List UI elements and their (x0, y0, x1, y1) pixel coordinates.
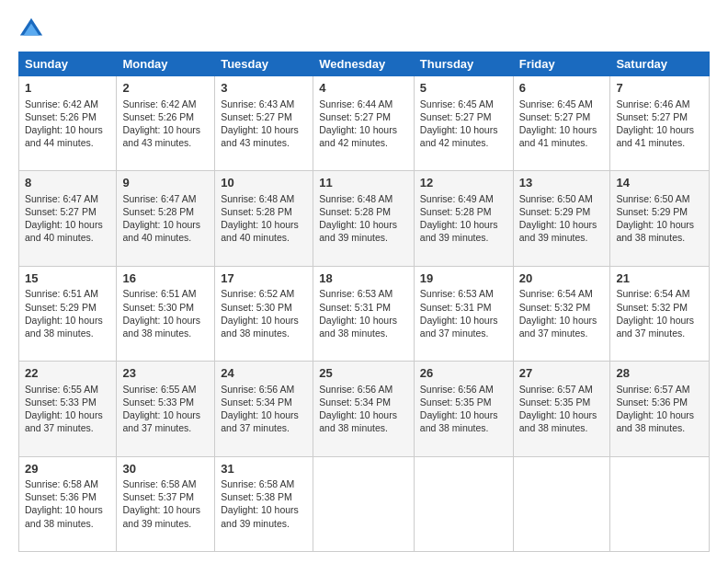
week-row-5: 29Sunrise: 6:58 AMSunset: 5:36 PMDayligh… (19, 456, 710, 551)
day-info-line: Sunset: 5:30 PM (122, 301, 209, 314)
day-info-line: Sunset: 5:36 PM (25, 490, 110, 503)
day-info-line: Daylight: 10 hours (221, 123, 307, 136)
day-info-line: Sunrise: 6:46 AM (616, 98, 703, 110)
day-info-line: Daylight: 10 hours (221, 314, 307, 327)
day-info-line: Sunrise: 6:42 AM (122, 98, 209, 110)
day-info-line: Sunrise: 6:49 AM (420, 192, 507, 205)
day-info-line: Daylight: 10 hours (319, 408, 408, 421)
day-info-line: Sunrise: 6:43 AM (221, 98, 307, 110)
weekday-sunday: Sunday (19, 52, 117, 76)
weekday-saturday: Saturday (610, 52, 710, 76)
day-info-line: and 37 minutes. (616, 327, 703, 339)
day-number: 28 (616, 365, 703, 382)
day-info-line: Sunset: 5:33 PM (25, 396, 110, 408)
day-info-line: Daylight: 10 hours (122, 503, 209, 516)
day-info-line: Sunrise: 6:53 AM (319, 287, 408, 300)
day-cell: 16Sunrise: 6:51 AMSunset: 5:30 PMDayligh… (117, 266, 215, 361)
day-info-line: Daylight: 10 hours (519, 123, 605, 136)
week-row-4: 22Sunrise: 6:55 AMSunset: 5:33 PMDayligh… (19, 362, 710, 456)
day-info-line: Sunset: 5:31 PM (319, 301, 408, 314)
day-info-line: and 44 minutes. (25, 136, 110, 149)
day-cell: 22Sunrise: 6:55 AMSunset: 5:33 PMDayligh… (19, 362, 117, 456)
day-info-line: Sunset: 5:29 PM (25, 301, 110, 314)
day-cell: 21Sunrise: 6:54 AMSunset: 5:32 PMDayligh… (610, 266, 710, 361)
day-info-line: Sunset: 5:33 PM (122, 396, 209, 408)
day-info-line: Sunrise: 6:53 AM (420, 287, 507, 300)
day-info-line: Sunrise: 6:42 AM (25, 98, 110, 110)
day-info-line: Sunset: 5:34 PM (221, 396, 307, 408)
day-info-line: Daylight: 10 hours (25, 218, 110, 231)
day-cell: 14Sunrise: 6:50 AMSunset: 5:29 PMDayligh… (610, 171, 710, 266)
day-info-line: Daylight: 10 hours (319, 123, 408, 136)
day-info-line: Sunset: 5:34 PM (319, 396, 408, 408)
day-info-line: Daylight: 10 hours (616, 314, 703, 327)
day-number: 20 (519, 270, 605, 287)
day-number: 30 (122, 461, 209, 477)
day-number: 1 (25, 80, 110, 97)
day-cell: 2Sunrise: 6:42 AMSunset: 5:26 PMDaylight… (117, 76, 215, 171)
weekday-wednesday: Wednesday (313, 52, 415, 76)
day-info-line: Sunrise: 6:48 AM (319, 192, 408, 205)
day-cell: 30Sunrise: 6:58 AMSunset: 5:37 PMDayligh… (117, 456, 215, 551)
day-info-line: Sunset: 5:28 PM (420, 205, 507, 218)
day-info-line: Daylight: 10 hours (420, 218, 507, 231)
day-info-line: Daylight: 10 hours (519, 314, 605, 327)
day-info-line: Daylight: 10 hours (221, 503, 307, 516)
day-cell: 13Sunrise: 6:50 AMSunset: 5:29 PMDayligh… (513, 171, 610, 266)
day-info-line: Sunset: 5:28 PM (319, 205, 408, 218)
day-cell: 17Sunrise: 6:52 AMSunset: 5:30 PMDayligh… (215, 266, 313, 361)
day-info-line: Sunset: 5:31 PM (420, 301, 507, 314)
day-cell (610, 456, 710, 551)
day-number: 22 (25, 365, 110, 382)
week-row-3: 15Sunrise: 6:51 AMSunset: 5:29 PMDayligh… (19, 266, 710, 361)
weekday-header-row: SundayMondayTuesdayWednesdayThursdayFrid… (19, 52, 710, 76)
day-info-line: Daylight: 10 hours (519, 218, 605, 231)
day-info-line: Sunrise: 6:51 AM (25, 287, 110, 300)
day-info-line: Daylight: 10 hours (616, 123, 703, 136)
day-info-line: Sunrise: 6:56 AM (221, 383, 307, 396)
day-info-line: Sunrise: 6:54 AM (616, 287, 703, 300)
day-cell: 19Sunrise: 6:53 AMSunset: 5:31 PMDayligh… (414, 266, 513, 361)
day-info-line: and 38 minutes. (420, 421, 507, 434)
day-info-line: Sunrise: 6:51 AM (122, 287, 209, 300)
day-info-line: Sunset: 5:29 PM (616, 205, 703, 218)
day-info-line: Daylight: 10 hours (616, 218, 703, 231)
day-info-line: and 41 minutes. (616, 136, 703, 149)
day-cell: 9Sunrise: 6:47 AMSunset: 5:28 PMDaylight… (117, 171, 215, 266)
day-cell (313, 456, 415, 551)
day-info-line: Sunset: 5:30 PM (221, 301, 307, 314)
day-info-line: Daylight: 10 hours (319, 314, 408, 327)
day-info-line: Daylight: 10 hours (122, 218, 209, 231)
day-info-line: Daylight: 10 hours (221, 408, 307, 421)
day-info-line: Sunrise: 6:47 AM (122, 192, 209, 205)
day-info-line: Sunset: 5:27 PM (420, 110, 507, 123)
day-info-line: Sunrise: 6:45 AM (420, 98, 507, 110)
day-cell: 8Sunrise: 6:47 AMSunset: 5:27 PMDaylight… (19, 171, 117, 266)
day-info-line: Daylight: 10 hours (25, 503, 110, 516)
day-info-line: Sunrise: 6:50 AM (616, 192, 703, 205)
day-number: 24 (221, 365, 307, 382)
day-number: 4 (319, 80, 408, 97)
day-info-line: and 43 minutes. (122, 136, 209, 149)
day-info-line: Sunrise: 6:50 AM (519, 192, 605, 205)
day-info-line: Sunset: 5:28 PM (122, 205, 209, 218)
weekday-thursday: Thursday (414, 52, 513, 76)
day-info-line: and 38 minutes. (25, 517, 110, 530)
day-cell: 28Sunrise: 6:57 AMSunset: 5:36 PMDayligh… (610, 362, 710, 456)
day-info-line: Sunrise: 6:52 AM (221, 287, 307, 300)
day-info-line: Daylight: 10 hours (616, 408, 703, 421)
day-info-line: Sunset: 5:35 PM (420, 396, 507, 408)
day-info-line: and 38 minutes. (221, 327, 307, 339)
day-cell: 20Sunrise: 6:54 AMSunset: 5:32 PMDayligh… (513, 266, 610, 361)
day-info-line: Sunrise: 6:47 AM (25, 192, 110, 205)
day-cell (414, 456, 513, 551)
day-info-line: Daylight: 10 hours (25, 314, 110, 327)
day-info-line: Daylight: 10 hours (122, 123, 209, 136)
day-info-line: Sunset: 5:37 PM (122, 490, 209, 503)
day-info-line: Sunrise: 6:58 AM (25, 477, 110, 490)
day-cell: 31Sunrise: 6:58 AMSunset: 5:38 PMDayligh… (215, 456, 313, 551)
day-cell: 11Sunrise: 6:48 AMSunset: 5:28 PMDayligh… (313, 171, 415, 266)
day-info-line: and 37 minutes. (122, 421, 209, 434)
day-number: 17 (221, 270, 307, 287)
day-cell: 29Sunrise: 6:58 AMSunset: 5:36 PMDayligh… (19, 456, 117, 551)
